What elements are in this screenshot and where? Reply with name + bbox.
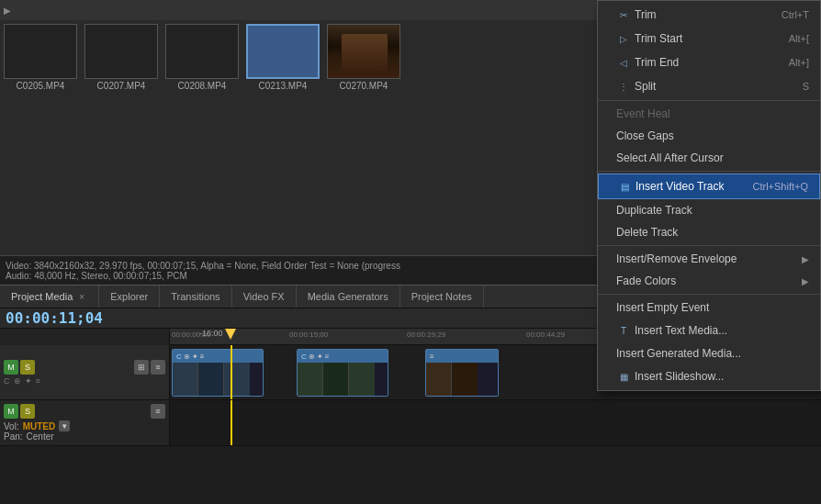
menu-item-split[interactable]: ⋮ Split S: [598, 74, 820, 98]
menu-item-insert-empty-event[interactable]: Insert Empty Event: [598, 297, 820, 319]
thumbnail-label: C0270.MP4: [340, 81, 388, 91]
menu-label: Insert Text Media...: [635, 324, 727, 337]
play-cursor-line: [231, 345, 232, 399]
menu-item-insert-video-track[interactable]: ▤ Insert Video Track Ctrl+Shift+Q: [598, 174, 820, 199]
menu-label: Delete Track: [616, 226, 678, 239]
vol-row: Vol: MUTED ▼: [4, 420, 165, 431]
ruler-time-3: 00:00:44;29: [526, 330, 565, 339]
menu-item-delete-track[interactable]: Delete Track: [598, 221, 820, 243]
submenu-arrow-2: ▶: [802, 276, 809, 286]
audio-track-controls: M S ≡ Vol: MUTED ▼ Pan: Center: [0, 400, 170, 445]
menu-shortcut: S: [803, 81, 809, 92]
menu-label: Trim End: [635, 56, 679, 69]
slideshow-icon: ▦: [616, 369, 631, 384]
media-bar-label: ▶: [4, 6, 11, 16]
video-clip-3[interactable]: ≡: [425, 349, 499, 397]
tab-project-media[interactable]: Project Media ×: [0, 286, 99, 308]
audio-track-content[interactable]: [170, 400, 821, 445]
tab-label: Project Media: [11, 291, 73, 302]
audio-mute-icon[interactable]: M: [4, 404, 18, 419]
mute-icon[interactable]: M: [4, 360, 18, 375]
menu-item-insert-generated-media[interactable]: Insert Generated Media...: [598, 342, 820, 364]
submenu-arrow: ▶: [802, 254, 809, 264]
menu-item-insert-slideshow[interactable]: ▦ Insert Slideshow...: [598, 364, 820, 388]
menu-shortcut: Ctrl+Shift+Q: [752, 181, 808, 192]
vol-dropdown-icon[interactable]: ▼: [59, 420, 70, 431]
thumbnail-image: [165, 24, 239, 79]
clip-thumbnail-1: [173, 363, 263, 396]
options-icon[interactable]: ≡: [151, 360, 165, 375]
play-cursor-marker: [225, 329, 236, 340]
list-item[interactable]: C0270.MP4: [327, 24, 400, 91]
menu-separator-4: [598, 294, 820, 295]
menu-label: Trim Start: [635, 32, 682, 45]
list-item[interactable]: C0208.MP4: [165, 24, 239, 91]
menu-item-insert-remove-envelope[interactable]: Insert/Remove Envelope ▶: [598, 248, 820, 270]
tab-close-button[interactable]: ×: [76, 291, 87, 302]
text-media-icon: T: [616, 323, 631, 338]
menu-item-insert-text-media[interactable]: T Insert Text Media...: [598, 319, 820, 342]
audio-options-icon[interactable]: ≡: [151, 404, 165, 419]
menu-item-trim-start[interactable]: ▷ Trim Start Alt+[: [598, 27, 820, 50]
timecode-display: 00:00:11;04: [6, 309, 103, 327]
pan-value: Center: [27, 431, 54, 442]
thumbnail-image: [4, 24, 77, 79]
ruler-left-spacer: [0, 329, 170, 345]
list-item[interactable]: C0207.MP4: [84, 24, 158, 91]
menu-item-close-gaps[interactable]: Close Gaps: [598, 125, 820, 147]
clip-header-2: C ⊕ ✦ ≡: [298, 350, 388, 363]
menu-label: Event Heal: [616, 107, 670, 120]
menu-label: Insert/Remove Envelope: [616, 252, 737, 265]
trim-icon: ✂: [616, 7, 631, 22]
tab-explorer[interactable]: Explorer: [99, 286, 160, 308]
thumbnail-label: C0205.MP4: [17, 81, 65, 91]
insert-track-icon: ▤: [617, 179, 632, 194]
thumbnail-label: C0207.MP4: [97, 81, 146, 91]
thumbnail-image: [84, 24, 158, 79]
thumbnail-image: [327, 24, 400, 79]
tab-transitions[interactable]: Transitions: [160, 286, 231, 308]
thumb-figure: [342, 34, 388, 71]
track-icon-row: M S ⊞ ≡: [4, 360, 165, 375]
clip-thumbnail-3: [426, 363, 498, 396]
thumbnail-image: [246, 24, 320, 79]
tab-media-generators[interactable]: Media Generators: [297, 286, 400, 308]
pan-row: Pan: Center: [4, 431, 165, 442]
expand-icon[interactable]: ⊞: [134, 360, 149, 375]
menu-separator-2: [598, 171, 820, 172]
menu-label: Trim: [635, 8, 657, 21]
menu-label: Close Gaps: [616, 129, 674, 142]
menu-label: Insert Generated Media...: [616, 347, 741, 360]
menu-item-event-heal: Event Heal: [598, 103, 820, 125]
list-item[interactable]: C0205.MP4: [4, 24, 77, 91]
vol-label: Vol:: [4, 421, 19, 431]
menu-item-duplicate-track[interactable]: Duplicate Track: [598, 199, 820, 221]
clip-header-3: ≡: [426, 350, 498, 363]
thumbnail-label: C0208.MP4: [178, 81, 227, 91]
menu-label: Insert Slideshow...: [635, 370, 724, 383]
tab-project-notes[interactable]: Project Notes: [400, 286, 484, 308]
menu-item-select-all-after-cursor[interactable]: Select All After Cursor: [598, 147, 820, 169]
tab-video-fx[interactable]: Video FX: [232, 286, 297, 308]
video-clip-1[interactable]: C ⊕ ✦ ≡: [172, 349, 264, 397]
ruler-time-1: 00:00:15;00: [289, 330, 328, 339]
menu-label: Duplicate Track: [616, 204, 692, 217]
menu-item-trim-end[interactable]: ◁ Trim End Alt+]: [598, 50, 820, 74]
menu-label: Split: [635, 80, 656, 93]
trim-start-icon: ▷: [616, 31, 631, 46]
menu-item-trim[interactable]: ✂ Trim Ctrl+T: [598, 3, 820, 27]
clip-thumbnail-2: [298, 363, 388, 396]
tab-label: Video FX: [243, 291, 285, 302]
tab-label: Media Generators: [308, 291, 388, 302]
video-clip-2[interactable]: C ⊕ ✦ ≡: [297, 349, 388, 397]
split-icon: ⋮: [616, 79, 631, 94]
trim-end-icon: ◁: [616, 55, 631, 70]
tab-label: Transitions: [171, 291, 219, 302]
ruler-time-0: 00:00:00;00: [172, 330, 210, 339]
clip-header: C ⊕ ✦ ≡: [173, 350, 263, 363]
solo-icon[interactable]: S: [20, 360, 35, 375]
list-item[interactable]: C0213.MP4: [246, 24, 320, 91]
audio-track-row: M S ≡ Vol: MUTED ▼ Pan: Center: [0, 400, 821, 446]
menu-item-fade-colors[interactable]: Fade Colors ▶: [598, 270, 820, 292]
audio-solo-icon[interactable]: S: [20, 404, 35, 419]
